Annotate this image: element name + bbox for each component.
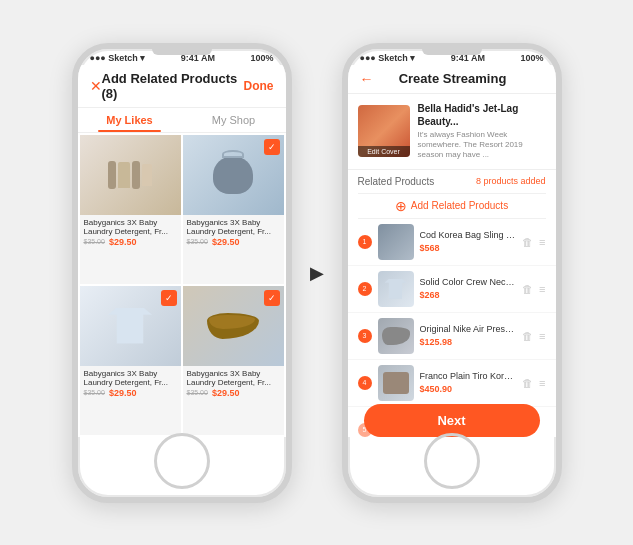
product-new-price-4: $29.50 [212, 388, 240, 398]
grid-item-2[interactable]: ✓ Babyganics 3X Baby Laundry Detergent, … [183, 135, 284, 284]
time-left: 9:41 AM [181, 53, 215, 63]
prod-info-1: Cod Korea Bag Sling Bag Best ... $568 [420, 230, 517, 253]
time-right: 9:41 AM [451, 53, 485, 63]
product-new-price-1: $29.50 [109, 237, 137, 247]
prod-info-4: Franco Plain Tiro Korean Joggers $450.90 [420, 371, 517, 394]
product-new-price-2: $29.50 [212, 237, 240, 247]
product-row-2: 2 Solid Color Crew Neck T-Shirt For... $… [348, 266, 556, 313]
right-header: ← Create Streaming [348, 65, 556, 94]
prod-info-2: Solid Color Crew Neck T-Shirt For... $26… [420, 277, 517, 300]
close-button[interactable]: ✕ [90, 78, 102, 94]
grid-item-3[interactable]: ✓ Babyganics 3X Baby Laundry Detergent, … [80, 286, 181, 435]
product-thumb-3 [378, 318, 414, 354]
prod-price-4: $450.90 [420, 384, 517, 394]
add-plus-icon: ⊕ [395, 198, 407, 214]
products-grid: Babyganics 3X Baby Laundry Detergent, Fr… [78, 133, 286, 437]
product-info-1: Babyganics 3X Baby Laundry Detergent, Fr… [80, 215, 181, 251]
product-row-3: 3 Original Nike Air Presto Flyknit ... $… [348, 313, 556, 360]
check-badge-2: ✓ [264, 139, 280, 155]
right-phone: ●●● Sketch ▾ 9:41 AM 100% ← Create Strea… [342, 43, 562, 503]
product-name-3: Babyganics 3X Baby Laundry Detergent, Fr… [84, 369, 177, 388]
right-screen: ← Create Streaming Edit Cover Bella Hadi… [348, 65, 556, 437]
cover-title: Bella Hadid's Jet-Lag Beauty... [418, 102, 546, 128]
prod-name-1: Cod Korea Bag Sling Bag Best ... [420, 230, 517, 241]
left-header-title: Add Related Products (8) [102, 71, 244, 101]
prod-price-3: $125.98 [420, 337, 517, 347]
product-name-2: Babyganics 3X Baby Laundry Detergent, Fr… [187, 218, 280, 237]
cover-section: Edit Cover Bella Hadid's Jet-Lag Beauty.… [348, 94, 556, 170]
check-badge-4: ✓ [264, 290, 280, 306]
delete-button-1[interactable]: 🗑 [522, 236, 533, 248]
next-button-container: Next [354, 404, 550, 437]
row-actions-3: 🗑 ≡ [522, 330, 545, 342]
check-badge-3: ✓ [161, 290, 177, 306]
product-name-4: Babyganics 3X Baby Laundry Detergent, Fr… [187, 369, 280, 388]
cover-text: Bella Hadid's Jet-Lag Beauty... It's alw… [418, 102, 546, 161]
add-products-label: Add Related Products [411, 200, 508, 211]
product-new-price-3: $29.50 [109, 388, 137, 398]
tab-my-shop[interactable]: My Shop [182, 108, 286, 132]
product-row-1: 1 Cod Korea Bag Sling Bag Best ... $568 … [348, 219, 556, 266]
edit-cover-button[interactable]: Edit Cover [358, 146, 410, 157]
product-info-3: Babyganics 3X Baby Laundry Detergent, Fr… [80, 366, 181, 402]
drag-handle-4[interactable]: ≡ [539, 377, 545, 389]
product-name-1: Babyganics 3X Baby Laundry Detergent, Fr… [84, 218, 177, 237]
battery-left: 100% [250, 53, 273, 63]
drag-handle-2[interactable]: ≡ [539, 283, 545, 295]
done-button[interactable]: Done [244, 79, 274, 93]
product-num-4: 4 [358, 376, 372, 390]
prod-price-1: $568 [420, 243, 517, 253]
transition-arrow: ▶ [310, 262, 324, 284]
add-products-row[interactable]: ⊕ Add Related Products [358, 193, 546, 219]
related-label: Related Products [358, 176, 435, 187]
delete-button-4[interactable]: 🗑 [522, 377, 533, 389]
cover-thumbnail: Edit Cover [358, 105, 410, 157]
prod-name-3: Original Nike Air Presto Flyknit ... [420, 324, 517, 335]
tab-my-likes[interactable]: My Likes [78, 108, 182, 132]
left-phone: ●●● Sketch ▾ 9:41 AM 100% ✕ Add Related … [72, 43, 292, 503]
product-old-price-3: $35.00 [84, 389, 105, 396]
delete-button-2[interactable]: 🗑 [522, 283, 533, 295]
status-left: ●●● Sketch ▾ [90, 53, 146, 63]
product-old-price-4: $35.00 [187, 389, 208, 396]
create-streaming-title: Create Streaming [382, 71, 524, 86]
delete-button-3[interactable]: 🗑 [522, 330, 533, 342]
product-old-price-2: $35.00 [187, 238, 208, 245]
prod-info-3: Original Nike Air Presto Flyknit ... $12… [420, 324, 517, 347]
status-right-left: ●●● Sketch ▾ [360, 53, 416, 63]
prod-price-2: $268 [420, 290, 517, 300]
row-actions-2: 🗑 ≡ [522, 283, 545, 295]
prod-name-2: Solid Color Crew Neck T-Shirt For... [420, 277, 517, 288]
battery-right: 100% [520, 53, 543, 63]
product-info-2: Babyganics 3X Baby Laundry Detergent, Fr… [183, 215, 284, 251]
product-num-2: 2 [358, 282, 372, 296]
scene: ●●● Sketch ▾ 9:41 AM 100% ✕ Add Related … [52, 23, 582, 523]
row-actions-4: 🗑 ≡ [522, 377, 545, 389]
product-image-1 [80, 135, 181, 215]
grid-item-4[interactable]: ✓ Babyganics 3X Baby Laundry Detergent, … [183, 286, 284, 435]
product-thumb-4 [378, 365, 414, 401]
product-thumb-2 [378, 271, 414, 307]
prod-name-4: Franco Plain Tiro Korean Joggers [420, 371, 517, 382]
related-products-header: Related Products 8 products added [348, 170, 556, 193]
grid-item-1[interactable]: Babyganics 3X Baby Laundry Detergent, Fr… [80, 135, 181, 284]
related-count: 8 products added [476, 176, 546, 186]
drag-handle-1[interactable]: ≡ [539, 236, 545, 248]
signal-text: ●●● Sketch ▾ [90, 53, 146, 63]
product-num-1: 1 [358, 235, 372, 249]
product-old-price-1: $35.00 [84, 238, 105, 245]
status-bar-left: ●●● Sketch ▾ 9:41 AM 100% [78, 49, 286, 65]
left-screen: ✕ Add Related Products (8) Done My Likes… [78, 65, 286, 437]
product-thumb-1 [378, 224, 414, 260]
next-button[interactable]: Next [364, 404, 540, 437]
product-info-4: Babyganics 3X Baby Laundry Detergent, Fr… [183, 366, 284, 402]
drag-handle-3[interactable]: ≡ [539, 330, 545, 342]
product-num-3: 3 [358, 329, 372, 343]
status-bar-right: ●●● Sketch ▾ 9:41 AM 100% [348, 49, 556, 65]
back-button[interactable]: ← [360, 71, 374, 87]
cover-desc: It's always Fashion Week somewhere. The … [418, 130, 546, 161]
row-actions-1: 🗑 ≡ [522, 236, 545, 248]
tabs: My Likes My Shop [78, 108, 286, 133]
product-row-4: 4 Franco Plain Tiro Korean Joggers $450.… [348, 360, 556, 407]
left-header: ✕ Add Related Products (8) Done [78, 65, 286, 108]
